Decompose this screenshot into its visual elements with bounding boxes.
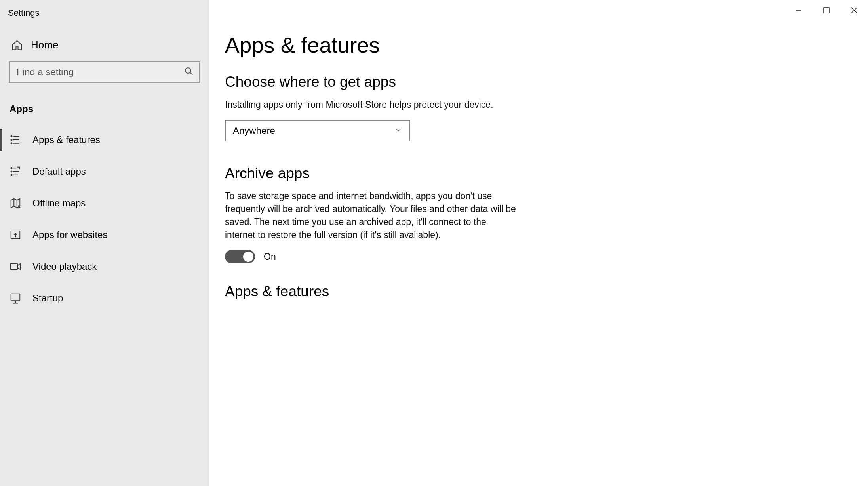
archive-toggle-row: On — [225, 250, 852, 263]
section-choose-title: Choose where to get apps — [225, 74, 852, 90]
svg-point-10 — [11, 171, 12, 172]
section-archive-desc: To save storage space and internet bandw… — [225, 190, 518, 242]
svg-point-4 — [11, 139, 12, 141]
sidebar-item-label: Startup — [32, 293, 63, 304]
svg-rect-23 — [824, 8, 829, 13]
chevron-down-icon — [394, 125, 402, 136]
svg-rect-18 — [11, 264, 18, 270]
sidebar-category: Apps — [0, 96, 209, 124]
dropdown-value: Anywhere — [233, 125, 275, 136]
svg-point-0 — [185, 68, 191, 73]
svg-point-12 — [11, 174, 12, 175]
home-button[interactable]: Home — [0, 31, 209, 61]
sidebar-item-label: Video playback — [32, 261, 97, 272]
sidebar-item-label: Apps for websites — [32, 229, 107, 240]
apps-websites-icon — [10, 229, 21, 241]
sidebar-item-video-playback[interactable]: Video playback — [0, 251, 209, 282]
close-button[interactable] — [840, 0, 868, 21]
maximize-button[interactable] — [813, 0, 840, 21]
minimize-button[interactable] — [785, 0, 813, 21]
window-controls — [785, 0, 868, 21]
search-box[interactable] — [9, 61, 200, 83]
toggle-knob — [243, 252, 253, 262]
svg-point-8 — [11, 168, 12, 169]
section-archive-title: Archive apps — [225, 165, 852, 182]
sidebar: Settings Home Apps Apps & features — [0, 0, 209, 486]
home-label: Home — [31, 39, 58, 51]
sidebar-item-label: Default apps — [32, 166, 86, 177]
offline-maps-icon — [10, 197, 21, 209]
svg-line-1 — [190, 72, 192, 75]
default-apps-icon — [10, 166, 21, 177]
archive-toggle[interactable] — [225, 250, 255, 263]
section-choose-desc: Installing apps only from Microsoft Stor… — [225, 98, 581, 111]
svg-rect-19 — [11, 294, 20, 301]
app-source-dropdown[interactable]: Anywhere — [225, 120, 410, 141]
sidebar-item-label: Offline maps — [32, 198, 86, 209]
sidebar-item-default-apps[interactable]: Default apps — [0, 156, 209, 187]
sidebar-item-apps-features[interactable]: Apps & features — [0, 124, 209, 156]
sidebar-item-offline-maps[interactable]: Offline maps — [0, 187, 209, 219]
startup-icon — [10, 292, 21, 304]
video-playback-icon — [10, 261, 21, 273]
archive-toggle-label: On — [264, 252, 276, 262]
main-content: Apps & features Choose where to get apps… — [209, 0, 868, 486]
search-icon — [184, 67, 194, 78]
sidebar-item-startup[interactable]: Startup — [0, 282, 209, 314]
sidebar-item-label: Apps & features — [32, 134, 100, 145]
window-title: Settings — [0, 0, 209, 31]
svg-point-2 — [11, 136, 12, 137]
sidebar-item-apps-websites[interactable]: Apps for websites — [0, 219, 209, 251]
search-input[interactable] — [17, 67, 184, 78]
svg-point-6 — [11, 143, 12, 144]
page-title: Apps & features — [225, 32, 852, 58]
home-icon — [11, 39, 23, 51]
apps-features-icon — [10, 134, 21, 146]
search-wrap — [0, 61, 209, 96]
section-apps-features-title: Apps & features — [225, 283, 852, 300]
